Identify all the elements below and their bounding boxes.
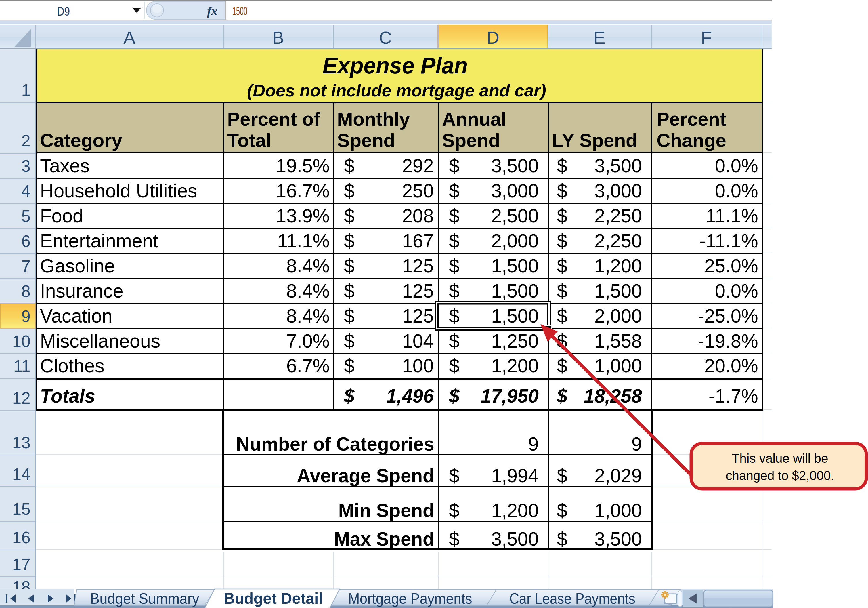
- svg-text:3: 3: [21, 157, 31, 175]
- svg-text:1,558: 1,558: [595, 330, 642, 352]
- svg-text:1,200: 1,200: [595, 255, 642, 276]
- svg-text:Max Spend: Max Spend: [334, 528, 434, 550]
- svg-text:292: 292: [402, 155, 434, 176]
- svg-text:17: 17: [12, 555, 31, 574]
- svg-text:A: A: [123, 28, 135, 48]
- svg-text:1,200: 1,200: [491, 355, 539, 376]
- svg-text:104: 104: [402, 330, 434, 352]
- svg-text:8: 8: [21, 282, 31, 300]
- svg-text:-11.1%: -11.1%: [699, 230, 758, 251]
- svg-text:Spend: Spend: [337, 130, 395, 151]
- svg-text:This value will be: This value will be: [732, 451, 828, 465]
- svg-text:1,994: 1,994: [491, 465, 539, 486]
- svg-text:1,250: 1,250: [491, 330, 539, 352]
- svg-text:125: 125: [402, 280, 434, 302]
- svg-text:B: B: [272, 28, 284, 48]
- svg-text:1,200: 1,200: [491, 500, 539, 521]
- svg-text:Percent of: Percent of: [227, 109, 320, 130]
- svg-text:125: 125: [402, 305, 434, 327]
- svg-text:Clothes: Clothes: [40, 355, 104, 376]
- svg-text:3,000: 3,000: [491, 180, 539, 202]
- svg-text:Entertainment: Entertainment: [40, 230, 158, 251]
- svg-text:$: $: [344, 305, 355, 327]
- svg-text:Number of Categories: Number of Categories: [236, 433, 434, 454]
- svg-text:0.0%: 0.0%: [715, 180, 758, 202]
- svg-text:2,000: 2,000: [491, 230, 539, 251]
- svg-text:F: F: [701, 28, 712, 48]
- svg-text:Annual: Annual: [442, 109, 507, 130]
- svg-text:$: $: [557, 500, 567, 521]
- svg-text:7: 7: [21, 257, 31, 275]
- svg-text:-25.0%: -25.0%: [698, 305, 758, 327]
- svg-text:100: 100: [402, 355, 434, 376]
- svg-text:8.4%: 8.4%: [287, 255, 330, 276]
- svg-text:Total: Total: [227, 130, 271, 151]
- svg-text:13: 13: [12, 433, 31, 452]
- svg-text:2,500: 2,500: [491, 205, 539, 226]
- svg-text:fx: fx: [207, 5, 217, 17]
- svg-text:$: $: [449, 330, 460, 352]
- svg-text:7.0%: 7.0%: [287, 330, 330, 352]
- svg-text:17,950: 17,950: [480, 385, 539, 406]
- svg-text:8.4%: 8.4%: [287, 305, 330, 327]
- svg-text:$: $: [557, 305, 567, 327]
- svg-text:$: $: [449, 500, 460, 521]
- svg-text:$: $: [449, 305, 460, 327]
- svg-text:1: 1: [21, 81, 31, 99]
- svg-text:Gasoline: Gasoline: [40, 255, 115, 276]
- svg-text:Insurance: Insurance: [40, 280, 123, 302]
- svg-text:Budget Summary: Budget Summary: [90, 590, 199, 607]
- svg-text:9: 9: [528, 433, 539, 454]
- svg-text:2,250: 2,250: [595, 230, 642, 251]
- svg-text:16.7%: 16.7%: [276, 180, 330, 202]
- svg-text:(Does not include mortgage and: (Does not include mortgage and car): [247, 81, 546, 100]
- svg-text:changed to $2,000.: changed to $2,000.: [726, 468, 834, 482]
- svg-text:16: 16: [12, 528, 31, 547]
- svg-text:$: $: [557, 180, 567, 202]
- svg-text:Average Spend: Average Spend: [297, 465, 434, 486]
- svg-text:0.0%: 0.0%: [715, 280, 758, 302]
- svg-text:208: 208: [402, 205, 434, 226]
- svg-text:$: $: [449, 180, 460, 202]
- svg-text:$: $: [449, 230, 460, 251]
- svg-text:$: $: [557, 280, 567, 302]
- svg-text:$: $: [557, 255, 567, 276]
- svg-text:Spend: Spend: [442, 130, 500, 151]
- svg-text:Change: Change: [657, 130, 726, 151]
- svg-text:Percent: Percent: [657, 109, 726, 130]
- svg-text:D9: D9: [57, 5, 70, 18]
- svg-text:2,000: 2,000: [595, 305, 642, 327]
- svg-text:19.5%: 19.5%: [276, 155, 330, 176]
- svg-text:Category: Category: [40, 130, 122, 151]
- svg-text:2: 2: [21, 132, 31, 150]
- svg-text:Vacation: Vacation: [40, 305, 112, 327]
- svg-text:$: $: [344, 230, 355, 251]
- svg-text:$: $: [557, 230, 567, 251]
- svg-text:6: 6: [21, 232, 31, 250]
- svg-text:9: 9: [631, 433, 642, 454]
- svg-text:1,500: 1,500: [491, 255, 539, 276]
- svg-text:125: 125: [402, 255, 434, 276]
- svg-text:Mortgage Payments: Mortgage Payments: [348, 590, 472, 607]
- svg-text:E: E: [593, 28, 605, 48]
- svg-text:1,000: 1,000: [595, 500, 642, 521]
- svg-text:$: $: [556, 385, 568, 406]
- svg-text:2,250: 2,250: [595, 205, 642, 226]
- svg-text:Expense Plan: Expense Plan: [323, 53, 468, 78]
- svg-text:2,029: 2,029: [595, 465, 642, 486]
- svg-text:$: $: [344, 205, 355, 226]
- svg-text:$: $: [557, 155, 567, 176]
- svg-text:9: 9: [21, 307, 31, 326]
- svg-text:1500: 1500: [232, 5, 247, 17]
- svg-text:20.0%: 20.0%: [704, 355, 758, 376]
- svg-text:$: $: [344, 180, 355, 202]
- svg-text:10: 10: [12, 332, 31, 351]
- svg-text:15: 15: [12, 500, 31, 518]
- svg-text:1,500: 1,500: [491, 280, 539, 302]
- svg-text:$: $: [449, 205, 460, 226]
- svg-text:1,496: 1,496: [386, 385, 434, 406]
- svg-text:0.0%: 0.0%: [715, 155, 758, 176]
- svg-text:1,000: 1,000: [595, 355, 642, 376]
- svg-text:Taxes: Taxes: [40, 155, 90, 176]
- svg-text:11.1%: 11.1%: [706, 205, 758, 226]
